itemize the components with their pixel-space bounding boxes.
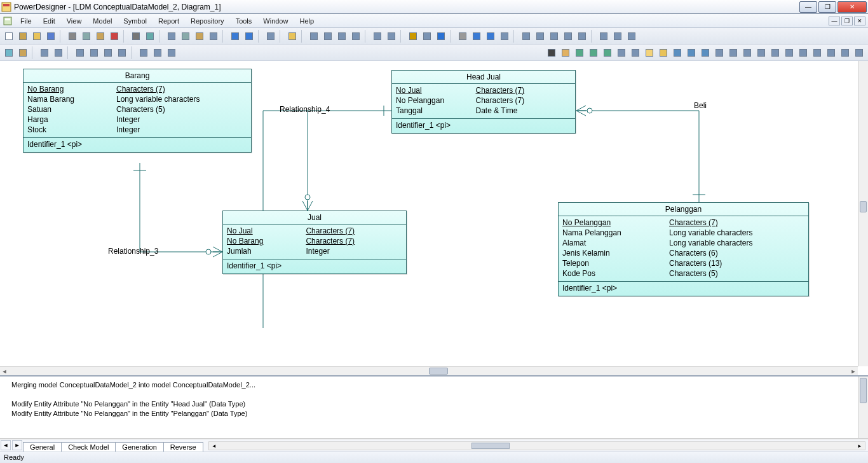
link1-icon[interactable] <box>671 46 684 59</box>
connector-icon[interactable] <box>741 46 754 59</box>
entity-pelanggan-attr-2[interactable]: AlamatLong variable characters <box>562 238 804 248</box>
hand-icon[interactable] <box>559 46 572 59</box>
lock-icon[interactable] <box>456 30 469 43</box>
output-vertical-scrollbar[interactable] <box>858 377 868 438</box>
welcome-icon[interactable] <box>349 30 362 43</box>
edit-icon[interactable] <box>407 30 419 43</box>
zoom-icon[interactable] <box>601 46 614 59</box>
redo-icon[interactable] <box>243 30 255 43</box>
entity-jual[interactable]: Jual No JualCharacters (7)No BarangChara… <box>222 211 407 274</box>
menu-tools[interactable]: Tools <box>231 15 257 27</box>
delete-icon[interactable] <box>108 30 121 43</box>
copy-icon[interactable] <box>80 30 93 43</box>
output-tab-generation[interactable]: Generation <box>115 442 163 452</box>
curve-icon[interactable] <box>797 46 810 59</box>
cube-icon[interactable] <box>17 46 29 59</box>
output-tab-check-model[interactable]: Check Model <box>61 442 116 452</box>
save-icon[interactable] <box>44 30 57 43</box>
zoomout-icon[interactable] <box>587 46 600 59</box>
zoomin-icon[interactable] <box>573 46 586 59</box>
box2-icon[interactable] <box>116 46 128 59</box>
entity-barang-attr-2[interactable]: SatuanCharacters (5) <box>27 104 247 114</box>
open-icon[interactable] <box>31 30 43 43</box>
text-icon[interactable] <box>435 30 447 43</box>
entity-barang[interactable]: Barang No BarangCharacters (7)Nama Baran… <box>23 69 252 153</box>
rrect-icon[interactable] <box>825 46 837 59</box>
menu-edit[interactable]: Edit <box>38 15 60 27</box>
close-button[interactable]: ✕ <box>837 1 867 13</box>
link3-icon[interactable] <box>699 46 712 59</box>
pkg1-icon[interactable] <box>137 46 150 59</box>
palette2-icon[interactable] <box>611 30 624 43</box>
paste2-icon[interactable] <box>193 30 206 43</box>
cancel-icon[interactable] <box>207 30 220 43</box>
find-icon[interactable] <box>286 30 299 43</box>
import2-icon[interactable] <box>52 46 65 59</box>
output-tab-next-button[interactable]: ► <box>12 440 22 450</box>
home-icon[interactable] <box>615 46 628 59</box>
menu-view[interactable]: View <box>62 15 87 27</box>
highlight-icon[interactable] <box>421 30 433 43</box>
mdi-close-button[interactable]: ✕ <box>854 17 865 25</box>
output-messages[interactable]: Merging model ConceptualDataModel_2 into… <box>0 377 868 439</box>
diagram-canvas[interactable]: Relationship_4 Relationship_3 Beli Baran… <box>0 61 858 366</box>
grid5-icon[interactable] <box>576 30 588 43</box>
maximize-button[interactable]: ❐ <box>818 1 836 13</box>
diag2-icon[interactable] <box>88 46 100 59</box>
entity-pelanggan[interactable]: Pelanggan No PelangganCharacters (7)Nama… <box>558 202 809 296</box>
import1-icon[interactable] <box>38 46 51 59</box>
scissors2-icon[interactable] <box>629 46 642 59</box>
undo-icon[interactable] <box>229 30 241 43</box>
mdi-minimize-button[interactable]: — <box>829 17 840 25</box>
entity-pelanggan-attr-5[interactable]: Kode PosCharacters (5) <box>562 268 804 279</box>
rect2-icon[interactable] <box>769 46 782 59</box>
entity-jual-attr-0[interactable]: No JualCharacters (7) <box>227 226 402 236</box>
new-icon[interactable] <box>3 30 15 43</box>
folder-icon[interactable] <box>657 46 670 59</box>
menu-symbol[interactable]: Symbol <box>118 15 152 27</box>
output-tab-prev-button[interactable]: ◄ <box>1 440 11 450</box>
entity-pelanggan-attr-4[interactable]: TeleponCharacters (13) <box>562 258 804 268</box>
menu-model[interactable]: Model <box>88 15 117 27</box>
box-icon[interactable] <box>102 46 114 59</box>
canvas-vertical-scrollbar[interactable] <box>858 61 868 366</box>
grid1-icon[interactable] <box>520 30 532 43</box>
entity-headjual-attr-2[interactable]: TanggalDate & Time <box>396 106 571 116</box>
entity-barang-attr-3[interactable]: HargaInteger <box>27 114 247 125</box>
relationship-3-label[interactable]: Relationship_3 <box>108 247 158 256</box>
menu-report[interactable]: Report <box>153 15 184 27</box>
output-tab-reverse[interactable]: Reverse <box>163 442 203 452</box>
entity-barang-attr-1[interactable]: Nama BarangLong variable characters <box>27 94 247 104</box>
right-arrow-icon[interactable] <box>484 30 497 43</box>
pkg2-icon[interactable] <box>151 46 164 59</box>
copy2-icon[interactable] <box>179 30 192 43</box>
print-icon[interactable] <box>130 30 142 43</box>
entity-headjual-attr-1[interactable]: No PelangganCharacters (7) <box>396 95 571 106</box>
scissors-icon[interactable] <box>165 30 178 43</box>
minimize-button[interactable]: — <box>799 1 817 13</box>
browser-icon[interactable] <box>308 30 320 43</box>
grid3-icon[interactable] <box>548 30 560 43</box>
props-icon[interactable] <box>264 30 277 43</box>
entity-headjual-attr-0[interactable]: No JualCharacters (7) <box>396 85 571 95</box>
left-arrow-icon[interactable] <box>470 30 483 43</box>
compare-icon[interactable] <box>498 30 511 43</box>
palette1-icon[interactable] <box>597 30 610 43</box>
paste-icon[interactable] <box>94 30 107 43</box>
rrect2-icon[interactable] <box>839 46 851 59</box>
rect-icon[interactable] <box>755 46 768 59</box>
relationship-beli-label[interactable]: Beli <box>694 101 707 110</box>
polyline-icon[interactable] <box>853 46 865 59</box>
entity-headjual[interactable]: Head Jual No JualCharacters (7)No Pelang… <box>391 70 576 134</box>
page-icon[interactable] <box>727 46 740 59</box>
canvas-horizontal-scrollbar[interactable]: ◄ ► <box>0 366 858 375</box>
menu-window[interactable]: Window <box>258 15 293 27</box>
ellipse-icon[interactable] <box>811 46 824 59</box>
line-icon[interactable] <box>783 46 796 59</box>
output-tab-general[interactable]: General <box>23 442 62 452</box>
mdi-restore-button[interactable]: ❐ <box>841 17 853 25</box>
pointer-icon[interactable] <box>545 46 558 59</box>
diag1-icon[interactable] <box>74 46 86 59</box>
entity-pelanggan-attr-3[interactable]: Jenis KelaminCharacters (6) <box>562 248 804 258</box>
note-icon[interactable] <box>643 46 656 59</box>
